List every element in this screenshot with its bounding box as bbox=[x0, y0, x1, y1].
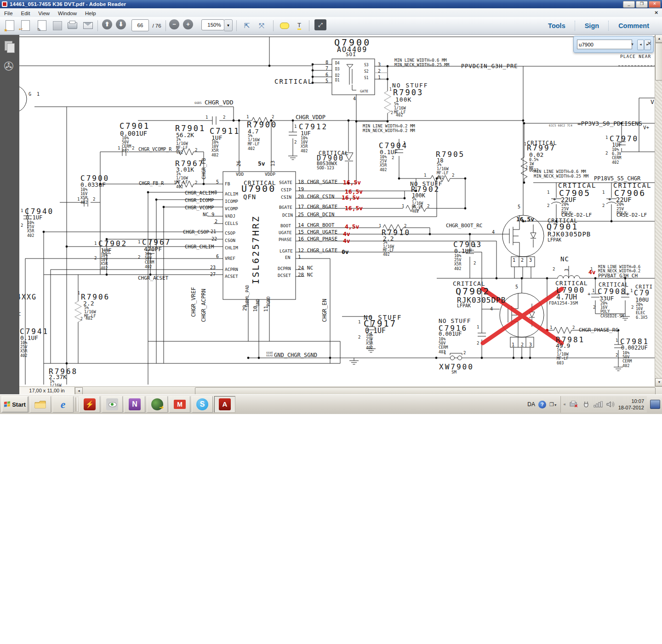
tab-tools[interactable]: Tools bbox=[539, 22, 575, 29]
file-explorer-icon[interactable] bbox=[30, 396, 51, 413]
windows-logo-icon bbox=[4, 401, 11, 407]
tray-date[interactable]: 18-07-2012 bbox=[618, 405, 644, 410]
start-button[interactable]: Start bbox=[1, 396, 29, 413]
create-pdf-button[interactable]: ★ bbox=[4, 19, 16, 32]
vertical-scrollbar[interactable]: ▲ ▼ bbox=[655, 34, 662, 386]
menu-item-view[interactable]: View bbox=[34, 11, 54, 16]
scroll-up-icon[interactable]: ▲ bbox=[655, 34, 662, 43]
close-find-icon[interactable]: ✕ bbox=[655, 10, 662, 15]
save-button[interactable] bbox=[51, 19, 63, 32]
skype-icon[interactable]: S bbox=[192, 396, 213, 413]
toolbar-separator bbox=[273, 20, 274, 31]
fullscreen-button[interactable]: ⤢ bbox=[314, 19, 326, 30]
close-button[interactable]: ✕ bbox=[649, 1, 661, 8]
internet-explorer-icon[interactable]: e bbox=[52, 396, 74, 413]
fit-width-button[interactable]: ⇱ bbox=[241, 19, 253, 32]
highlight-text-button[interactable]: T bbox=[293, 19, 305, 32]
gmail-icon[interactable]: M bbox=[169, 396, 190, 413]
menu-item-file[interactable]: File bbox=[0, 11, 17, 16]
title-bar[interactable]: 14461_051-7455 K36 DVT.pdf - Adobe Reade… bbox=[0, 0, 662, 8]
email-button[interactable] bbox=[82, 19, 94, 32]
printer-error-icon[interactable]: ✕ bbox=[570, 401, 579, 408]
windows-taskbar: Start e ⚡ N ➜ M S A DA ? ❐▼ « ✕ 10:07 18… bbox=[0, 394, 662, 414]
zoom-dropdown-arrow[interactable]: ▼ bbox=[224, 19, 233, 31]
adobe-reader-window: 14461_051-7455 K36 DVT.pdf - Adobe Reade… bbox=[0, 0, 662, 644]
menu-item-window[interactable]: Window bbox=[54, 11, 81, 16]
toolbar-separator bbox=[236, 20, 237, 31]
zoom-level-value[interactable]: 150% bbox=[201, 19, 224, 30]
find-close-icon[interactable]: ✕ bbox=[647, 40, 651, 46]
toolbar-separator bbox=[97, 20, 98, 31]
onenote-icon[interactable]: N bbox=[124, 396, 145, 413]
window-title: 14461_051-7455 K36 DVT.pdf - Adobe Reade… bbox=[10, 1, 126, 7]
page-dimensions-label: 17,00 x 11,00 in bbox=[19, 387, 75, 394]
tray-time[interactable]: 10:07 bbox=[631, 398, 644, 404]
zoom-in-button[interactable]: + bbox=[183, 19, 193, 29]
page-thumbnails-icon[interactable] bbox=[4, 41, 15, 54]
tab-comment[interactable]: Comment bbox=[609, 22, 658, 29]
scroll-down-icon[interactable]: ▼ bbox=[655, 378, 662, 386]
find-bar: ▼ ◄ ► ✕ bbox=[573, 36, 654, 53]
search-input[interactable] bbox=[577, 40, 632, 49]
export-button[interactable]: ↩ bbox=[19, 19, 31, 32]
chevron-up-icon[interactable]: « bbox=[564, 402, 566, 407]
volume-icon[interactable] bbox=[606, 401, 615, 408]
page-number-input[interactable] bbox=[131, 19, 149, 31]
svg-text:✕: ✕ bbox=[574, 403, 578, 408]
zoom-out-button[interactable]: − bbox=[169, 19, 179, 29]
sticky-note-button[interactable] bbox=[279, 19, 291, 32]
media-app-icon[interactable]: ⚡ bbox=[79, 396, 100, 413]
language-indicator[interactable]: DA bbox=[527, 401, 535, 408]
previous-page-button[interactable]: ⬆ bbox=[102, 19, 112, 29]
power-plug-icon[interactable] bbox=[582, 401, 590, 408]
page-count-label: / 76 bbox=[149, 19, 165, 32]
next-page-button[interactable]: ⬇ bbox=[116, 19, 126, 29]
network-signal-icon[interactable] bbox=[594, 401, 603, 408]
toolbar-separator bbox=[166, 20, 166, 31]
restore-layout-icon[interactable]: ❐▼ bbox=[549, 402, 557, 408]
search-history-dropdown-icon[interactable]: ▼ bbox=[629, 40, 635, 49]
attachments-icon[interactable]: ✇ bbox=[4, 60, 15, 73]
menu-item-help[interactable]: Help bbox=[81, 11, 100, 16]
minimize-button[interactable]: _ bbox=[623, 1, 635, 8]
navigation-pane: ✇ bbox=[0, 34, 19, 394]
help-tray-icon[interactable]: ? bbox=[538, 401, 546, 408]
pdf-file-icon bbox=[2, 1, 7, 7]
restore-button[interactable]: ❐ bbox=[636, 1, 648, 8]
pdf-page[interactable] bbox=[19, 34, 655, 386]
clock: 10:07 18-07-2012 bbox=[618, 398, 644, 411]
status-bar: 17,00 x 11,00 in ◄ bbox=[19, 386, 662, 395]
toolbar-separator bbox=[309, 20, 309, 31]
quick-launch-separator bbox=[75, 397, 78, 411]
menu-item-edit[interactable]: Edit bbox=[17, 11, 34, 16]
sign-document-button[interactable]: ✎ bbox=[36, 19, 48, 32]
find-previous-button[interactable]: ◄ bbox=[637, 40, 644, 50]
print-button[interactable] bbox=[66, 19, 78, 32]
vertical-scroll-thumb[interactable] bbox=[655, 43, 662, 80]
main-toolbar: ★ ↩ ✎ ⬆ ⬇ / 76 − + 150% ▼ ⇱ ⤧ T ⤢ ToolsS… bbox=[0, 17, 662, 35]
eye-viewer-icon[interactable] bbox=[102, 396, 123, 413]
adobe-reader-taskbar-icon[interactable]: A bbox=[214, 396, 235, 413]
show-desktop-icon[interactable] bbox=[650, 400, 660, 409]
menu-bar: FileEditViewWindowHelp ✕ bbox=[0, 8, 662, 17]
download-globe-icon[interactable]: ➜ bbox=[147, 396, 168, 413]
tab-sign[interactable]: Sign bbox=[576, 22, 608, 29]
fit-page-button[interactable]: ⤧ bbox=[256, 19, 268, 32]
